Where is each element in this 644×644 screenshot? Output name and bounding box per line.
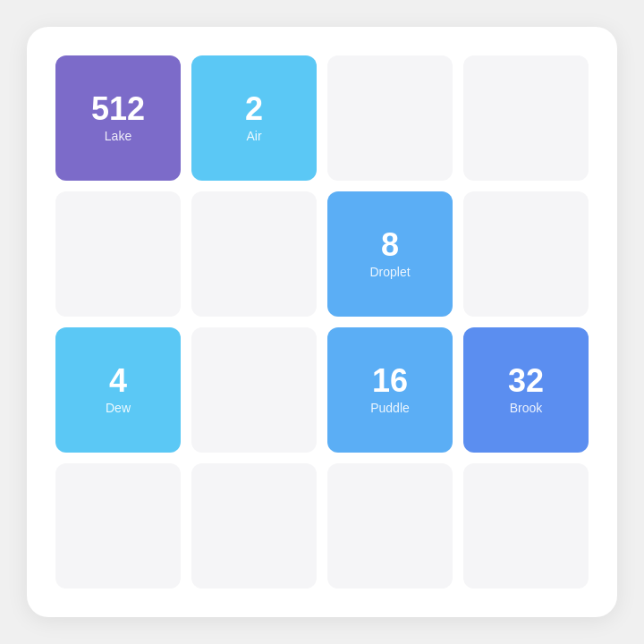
cell-number: 8 <box>381 229 399 261</box>
empty-cell <box>55 191 181 317</box>
empty-cell <box>463 463 589 589</box>
cell-number: 16 <box>372 365 408 397</box>
empty-cell <box>327 55 453 181</box>
cell-label: Brook <box>510 401 543 415</box>
cell-number: 2 <box>245 93 263 125</box>
board-container: 512Lake2Air8Droplet4Dew16Puddle32Brook <box>27 27 617 617</box>
empty-cell <box>463 191 589 317</box>
cell-32: 32Brook <box>463 327 589 453</box>
cell-label: Air <box>246 129 261 143</box>
empty-cell <box>55 463 181 589</box>
empty-cell <box>191 463 317 589</box>
game-grid: 512Lake2Air8Droplet4Dew16Puddle32Brook <box>55 55 589 589</box>
empty-cell <box>327 463 453 589</box>
cell-label: Droplet <box>369 265 410 279</box>
empty-cell <box>191 191 317 317</box>
cell-2: 2Air <box>191 55 317 181</box>
cell-16: 16Puddle <box>327 327 453 453</box>
cell-number: 512 <box>91 93 145 125</box>
empty-cell <box>463 55 589 181</box>
cell-label: Puddle <box>370 401 410 415</box>
cell-4: 4Dew <box>55 327 181 453</box>
cell-label: Dew <box>106 401 131 415</box>
cell-8: 8Droplet <box>327 191 453 317</box>
cell-512: 512Lake <box>55 55 181 181</box>
cell-number: 4 <box>109 365 127 397</box>
cell-label: Lake <box>105 129 131 143</box>
empty-cell <box>191 327 317 453</box>
cell-number: 32 <box>508 365 544 397</box>
